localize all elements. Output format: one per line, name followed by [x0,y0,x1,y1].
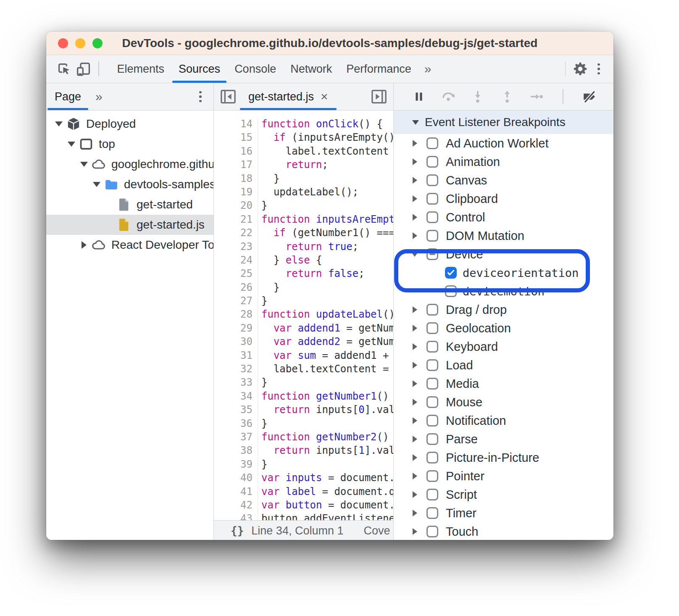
line-number[interactable]: 14 [214,117,253,131]
checkbox-unchecked[interactable] [426,396,438,408]
expander-icon[interactable] [407,417,422,424]
checkbox-unchecked[interactable] [426,507,438,519]
checkbox-unchecked[interactable] [426,211,438,223]
step-out-icon[interactable] [499,88,516,105]
checkbox-unchecked[interactable] [426,193,438,205]
tab-network[interactable]: Network [283,55,339,83]
editor-tab-get-started-js[interactable]: get-started.js × [239,83,337,110]
line-number[interactable]: 19 [214,185,253,199]
checkbox-unchecked[interactable] [426,433,438,445]
line-number[interactable]: 18 [214,172,253,185]
expander-icon[interactable] [407,491,422,498]
breakpoint-row-keyboard[interactable]: Keyboard [394,337,613,356]
breakpoint-row-canvas[interactable]: Canvas [394,171,613,190]
line-number[interactable]: 35 [214,403,253,416]
tab-console[interactable]: Console [227,55,283,83]
tab-sources[interactable]: Sources [171,55,227,83]
close-tab-icon[interactable]: × [321,90,328,103]
breakpoint-row-timer[interactable]: Timer [394,504,613,522]
pause-script-icon[interactable] [411,88,427,105]
expander-icon[interactable] [407,214,422,221]
event-listener-breakpoints-header[interactable]: Event Listener Breakpoints [394,111,613,134]
expander-icon[interactable] [78,241,90,249]
line-number[interactable]: 16 [214,145,253,158]
checkbox-unchecked[interactable] [426,304,438,316]
deactivate-breakpoints-icon[interactable] [581,88,598,105]
breakpoint-row-clipboard[interactable]: Clipboard [394,190,613,208]
checkbox-unchecked[interactable] [426,452,438,463]
checkbox-unchecked[interactable] [426,470,438,482]
expander-icon[interactable] [407,343,422,350]
expander-icon[interactable] [407,195,422,202]
expander-icon[interactable] [407,232,422,239]
line-number[interactable]: 34 [214,390,253,403]
code-editor[interactable]: 14function onClick() {15 if (inputsAreEm… [214,111,393,520]
breakpoint-row-pointer[interactable]: Pointer [394,467,613,485]
line-number[interactable]: 28 [214,308,253,321]
checkbox-unchecked[interactable] [426,489,438,500]
inspect-icon[interactable] [55,59,74,79]
line-number[interactable]: 37 [214,430,253,444]
more-tabs-chevron-icon[interactable]: » [418,62,437,76]
zoom-window-button[interactable] [92,38,103,48]
breakpoint-row-parse[interactable]: Parse [394,430,613,448]
breakpoint-row-picture-in-picture[interactable]: Picture-in-Picture [394,448,613,467]
expander-icon[interactable] [407,325,422,332]
line-number[interactable]: 40 [214,471,253,484]
checkbox-unchecked[interactable] [426,378,438,390]
tree-item-top[interactable]: top [46,134,213,154]
line-number[interactable]: 24 [214,253,253,267]
expander-icon[interactable] [53,121,65,126]
breakpoint-row-mouse[interactable]: Mouse [394,393,613,411]
expander-icon[interactable] [407,252,422,257]
expander-icon[interactable] [407,158,422,165]
checkbox-unchecked[interactable] [426,415,438,426]
tree-item-get-started[interactable]: get-started [46,195,213,215]
step-icon[interactable] [528,88,545,105]
expander-icon[interactable] [407,380,422,387]
breakpoint-row-drag-drop[interactable]: Drag / drop [394,300,613,319]
tree-item-devtools-samples[interactable]: devtools-samples [46,174,213,195]
checkbox-unchecked[interactable] [426,156,438,168]
breakpoint-row-device[interactable]: Device [394,245,613,263]
tree-item-get-started-js[interactable]: get-started.js [46,215,213,235]
breakpoint-row-script[interactable]: Script [394,485,613,504]
expander-icon[interactable] [65,142,78,147]
more-panels-chevron-icon[interactable]: » [89,90,108,104]
expander-icon[interactable] [78,162,90,167]
line-number[interactable]: 36 [214,417,253,430]
breakpoint-row-ad-auction-worklet[interactable]: Ad Auction Worklet [394,134,613,153]
line-number[interactable]: 33 [214,376,253,389]
close-window-button[interactable] [58,38,68,48]
hide-navigator-icon[interactable] [220,88,237,105]
tree-item-react-developer-tools[interactable]: React Developer Tools [46,235,213,255]
expander-icon[interactable] [407,510,422,516]
breakpoint-row-geolocation[interactable]: Geolocation [394,319,613,337]
line-number[interactable]: 42 [214,498,253,512]
tab-performance[interactable]: Performance [339,55,418,83]
line-number[interactable]: 39 [214,458,253,471]
tab-page[interactable]: Page [46,83,89,110]
checkbox-unchecked[interactable] [426,230,438,242]
gear-icon[interactable] [571,59,590,79]
breakpoint-row-notification[interactable]: Notification [394,411,613,430]
step-over-icon[interactable] [440,88,457,105]
expander-icon[interactable] [407,473,422,479]
line-number[interactable]: 32 [214,362,253,376]
line-number[interactable]: 25 [214,267,253,280]
breakpoint-row-control[interactable]: Control [394,208,613,226]
minimize-window-button[interactable] [75,38,85,48]
show-debugger-icon[interactable] [371,88,387,105]
step-into-icon[interactable] [469,88,486,105]
checkbox-indeterminate[interactable] [426,248,438,260]
line-number[interactable]: 30 [214,335,253,348]
checkbox-unchecked[interactable] [426,174,438,186]
navigator-kebab-menu-icon[interactable] [192,87,209,106]
expander-icon[interactable] [90,182,103,187]
line-number[interactable]: 41 [214,485,253,498]
breakpoint-row-dom-mutation[interactable]: DOM Mutation [394,226,613,245]
line-number[interactable]: 20 [214,199,253,212]
expander-icon[interactable] [407,454,422,461]
checkbox-checked[interactable] [445,267,457,279]
expander-icon[interactable] [407,362,422,369]
